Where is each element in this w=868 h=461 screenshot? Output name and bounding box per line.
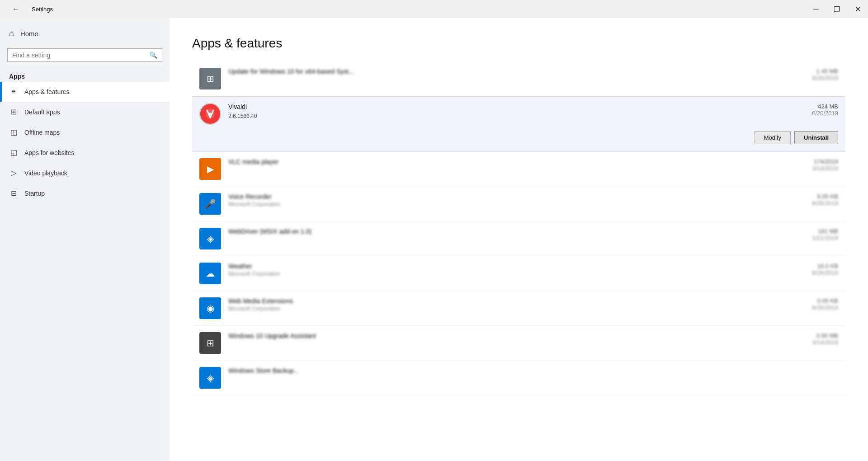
search-box[interactable]: 🔍	[7, 48, 162, 62]
page-title: Apps & features	[192, 36, 845, 51]
app-item-win-store-backup[interactable]: ◈ Windows Store Backup...	[192, 361, 845, 395]
sidebar-item-offline-maps[interactable]: ◫ Offline maps	[0, 122, 170, 142]
app-info-weather: Weather Microsoft Corporation	[228, 263, 805, 277]
app-icon-weather: ☁	[199, 263, 221, 284]
app-buttons-vivaldi: Modify Uninstall	[192, 127, 845, 151]
app-meta-vlc: 174/2019 3/14/2019	[812, 158, 838, 172]
nav-icon-video-playback: ▷	[9, 169, 18, 177]
app-size-win10-upgrade: 3.00 MB	[812, 332, 838, 339]
app-item-voice-recorder[interactable]: 🎤 Voice Recorder Microsoft Corporation 6…	[192, 187, 845, 221]
nav-label-startup: Startup	[24, 190, 45, 197]
nav-label-default-apps: Default apps	[24, 108, 60, 116]
app-item-win10-upgrade[interactable]: ⊞ Windows 10 Upgrade Assistant 3.00 MB 3…	[192, 326, 845, 361]
app-name-win10-upgrade: Windows 10 Upgrade Assistant	[228, 332, 805, 339]
title-bar-left: ← Settings	[5, 0, 53, 18]
nav-items-container: ≡ Apps & features ⊞ Default apps ◫ Offli…	[0, 82, 170, 203]
app-size-voice-recorder: 6.00 KB	[812, 193, 838, 200]
uninstall-button[interactable]: Uninstall	[794, 131, 838, 144]
app-name-voice-recorder: Voice Recorder	[228, 193, 805, 200]
app-meta-voice-recorder: 6.00 KB 6/26/2019	[812, 193, 838, 207]
app-row-vivaldi: Vivaldi 2.6.1566.40 424 MB 6/20/2019	[192, 97, 845, 127]
nav-label-video-playback: Video playback	[24, 169, 67, 177]
app-meta-weather: 16.0 KB 6/26/2019	[812, 263, 838, 276]
sidebar-item-video-playback[interactable]: ▷ Video playback	[0, 163, 170, 183]
nav-label-apps-features: Apps & features	[24, 88, 70, 95]
app-info-web-media: Web Media Extensions Microsoft Corporati…	[228, 297, 805, 312]
app-icon-win-store-backup: ◈	[199, 367, 221, 389]
app-size-update-win: 1.45 MB	[812, 68, 838, 75]
app-item-vivaldi[interactable]: Vivaldi 2.6.1566.40 424 MB 6/20/2019 Mod…	[192, 96, 845, 152]
app-item-web-media[interactable]: ◉ Web Media Extensions Microsoft Corpora…	[192, 291, 845, 326]
app-sub-weather: Microsoft Corporation	[228, 271, 805, 277]
app-meta-webdriver: 181 MB 1/21/2019	[812, 228, 838, 241]
app-date-web-media: 6/26/2019	[812, 304, 838, 311]
sidebar-home[interactable]: ⌂ Home	[0, 23, 170, 45]
app-name-vlc: VLC media player	[228, 158, 805, 165]
nav-label-apps-websites: Apps for websites	[24, 149, 75, 156]
app-meta-update-win: 1.45 MB 6/26/2019	[812, 68, 838, 81]
section-label: Apps	[0, 69, 170, 82]
app-item-vlc[interactable]: ▶ VLC media player 174/2019 3/14/2019	[192, 152, 845, 187]
app-size-webdriver: 181 MB	[812, 228, 838, 235]
app-size-vivaldi: 424 MB	[812, 103, 838, 110]
app-info-win10-upgrade: Windows 10 Upgrade Assistant	[228, 332, 805, 339]
sidebar-item-startup[interactable]: ⊟ Startup	[0, 183, 170, 203]
app-date-weather: 6/26/2019	[812, 269, 838, 276]
svg-point-1	[209, 113, 212, 115]
app-size-web-media: 0.00 KB	[812, 297, 838, 304]
nav-label-offline-maps: Offline maps	[24, 129, 60, 136]
app-icon-web-media: ◉	[199, 297, 221, 319]
app-icon-vivaldi	[199, 103, 221, 125]
modify-button[interactable]: Modify	[755, 131, 791, 144]
app-size-weather: 16.0 KB	[812, 263, 838, 269]
app-icon-voice-recorder: 🎤	[199, 193, 221, 215]
app-date-win10-upgrade: 3/14/2019	[812, 339, 838, 346]
nav-icon-default-apps: ⊞	[9, 108, 18, 116]
title-bar-title: Settings	[32, 6, 53, 13]
app-item-weather[interactable]: ☁ Weather Microsoft Corporation 16.0 KB …	[192, 256, 845, 291]
maximize-button[interactable]: ❐	[826, 0, 847, 18]
app-info-voice-recorder: Voice Recorder Microsoft Corporation	[228, 193, 805, 207]
app-date-webdriver: 1/21/2019	[812, 235, 838, 241]
sidebar-item-apps-features[interactable]: ≡ Apps & features	[0, 82, 170, 102]
app-sub-voice-recorder: Microsoft Corporation	[228, 201, 805, 207]
app-body: ⌂ Home 🔍 Apps ≡ Apps & features ⊞ Defaul…	[0, 18, 868, 461]
app-date-update-win: 6/26/2019	[812, 75, 838, 81]
app-date-voice-recorder: 6/26/2019	[812, 200, 838, 207]
title-bar: ← Settings ─ ❐ ✕	[0, 0, 868, 18]
app-name-update-win: Update for Windows 10 for x64-based Syst…	[228, 68, 805, 75]
sidebar-item-apps-websites[interactable]: ◱ Apps for websites	[0, 142, 170, 163]
search-icon: 🔍	[150, 52, 157, 59]
app-version-vivaldi: 2.6.1566.40	[228, 113, 805, 119]
nav-icon-apps-websites: ◱	[9, 148, 18, 157]
close-button[interactable]: ✕	[847, 0, 868, 18]
app-item-webdriver[interactable]: ◈ WebDriver (MSIX add-on 1.0) 181 MB 1/2…	[192, 221, 845, 256]
back-button[interactable]: ←	[5, 0, 26, 18]
search-input[interactable]	[12, 52, 146, 59]
home-icon: ⌂	[9, 29, 14, 38]
app-date-vlc: 3/14/2019	[812, 165, 838, 172]
app-info-vivaldi: Vivaldi 2.6.1566.40	[228, 103, 805, 119]
minimize-button[interactable]: ─	[806, 0, 826, 18]
app-name-web-media: Web Media Extensions	[228, 297, 805, 305]
app-info-webdriver: WebDriver (MSIX add-on 1.0)	[228, 228, 805, 235]
app-date-vivaldi: 6/20/2019	[812, 110, 838, 117]
app-meta-web-media: 0.00 KB 6/26/2019	[812, 297, 838, 311]
app-name-weather: Weather	[228, 263, 805, 270]
nav-icon-startup: ⊟	[9, 189, 18, 198]
app-name-webdriver: WebDriver (MSIX add-on 1.0)	[228, 228, 805, 235]
app-item-update-win[interactable]: ⊞ Update for Windows 10 for x64-based Sy…	[192, 61, 845, 96]
app-icon-vlc: ▶	[199, 158, 221, 180]
app-list: ⊞ Update for Windows 10 for x64-based Sy…	[192, 61, 845, 395]
sidebar: ⌂ Home 🔍 Apps ≡ Apps & features ⊞ Defaul…	[0, 18, 170, 461]
sidebar-item-default-apps[interactable]: ⊞ Default apps	[0, 102, 170, 122]
app-icon-win10-upgrade: ⊞	[199, 332, 221, 354]
app-size-vlc: 174/2019	[812, 158, 838, 165]
app-icon-webdriver: ◈	[199, 228, 221, 249]
main-content: Apps & features ⊞ Update for Windows 10 …	[170, 18, 868, 461]
app-meta-vivaldi: 424 MB 6/20/2019	[812, 103, 838, 117]
app-meta-win10-upgrade: 3.00 MB 3/14/2019	[812, 332, 838, 346]
nav-icon-apps-features: ≡	[9, 88, 18, 96]
app-info-win-store-backup: Windows Store Backup...	[228, 367, 831, 374]
app-name-win-store-backup: Windows Store Backup...	[228, 367, 831, 374]
